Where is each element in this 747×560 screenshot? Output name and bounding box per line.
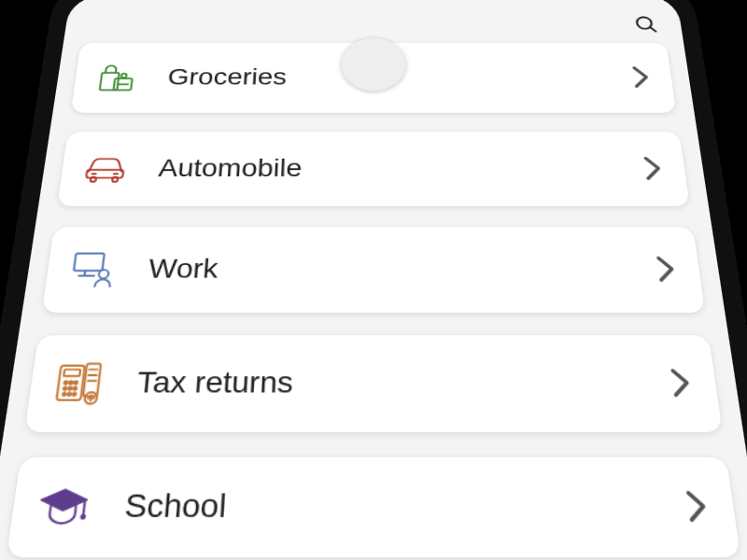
svg-point-23 (63, 393, 66, 396)
svg-point-4 (121, 74, 127, 78)
svg-point-7 (91, 177, 97, 182)
category-label: Tax returns (135, 366, 672, 400)
svg-rect-2 (100, 73, 120, 90)
category-label: Automobile (157, 154, 645, 183)
svg-point-34 (80, 515, 85, 520)
category-item-work[interactable]: Work (42, 227, 706, 313)
svg-line-1 (651, 28, 656, 32)
category-item-groceries[interactable]: Groceries (71, 43, 677, 113)
work-icon (60, 247, 125, 290)
tax-returns-icon (44, 358, 113, 408)
header-bar (81, 10, 666, 38)
svg-line-33 (83, 501, 85, 515)
chevron-right-icon (642, 156, 664, 181)
svg-rect-11 (74, 254, 105, 271)
svg-point-8 (112, 177, 118, 182)
chevron-right-icon (630, 65, 651, 88)
svg-point-21 (68, 387, 72, 390)
svg-point-18 (69, 381, 73, 384)
svg-point-24 (67, 393, 71, 396)
chevron-right-icon (684, 490, 709, 524)
search-icon[interactable] (632, 14, 659, 35)
automobile-icon (75, 150, 136, 186)
chevron-right-icon (655, 256, 677, 283)
category-item-automobile[interactable]: Automobile (57, 132, 690, 206)
category-item-tax-returns[interactable]: Tax returns (24, 335, 723, 432)
svg-point-17 (64, 381, 68, 384)
svg-point-25 (73, 393, 77, 396)
stage: Groceries (0, 0, 747, 560)
category-item-school[interactable]: School (7, 457, 741, 557)
svg-rect-16 (63, 370, 80, 376)
svg-point-22 (73, 387, 77, 390)
touch-indicator (341, 38, 406, 91)
svg-point-20 (63, 387, 67, 390)
svg-point-14 (98, 270, 108, 278)
phone-frame: Groceries (0, 0, 747, 560)
chevron-right-icon (669, 368, 693, 398)
category-label: School (123, 487, 689, 525)
category-label: Work (148, 254, 658, 285)
svg-point-19 (74, 381, 78, 384)
app-screen: Groceries (0, 0, 747, 560)
school-icon (27, 483, 99, 530)
category-list: Groceries (7, 43, 741, 558)
groceries-icon (87, 60, 146, 94)
